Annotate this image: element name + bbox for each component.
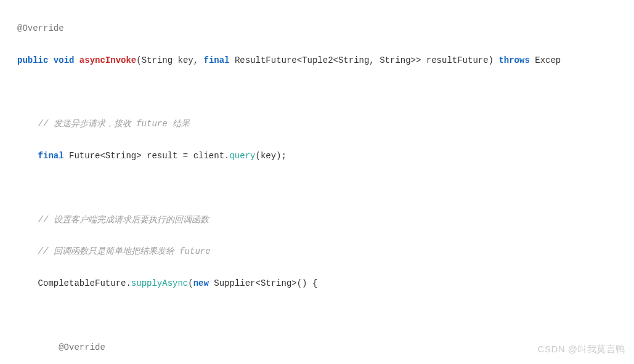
indent — [17, 246, 38, 256]
method-call: query — [229, 151, 255, 161]
code-block: @Override public void asyncInvoke(String… — [0, 5, 634, 364]
punctuation: ( — [136, 55, 141, 65]
method-call: supplyAsync — [131, 278, 188, 288]
method-name: asyncInvoke — [79, 55, 136, 65]
identifier: key, — [173, 55, 203, 65]
punctuation: ( — [188, 278, 193, 288]
identifier: Supplier<String>() { — [209, 278, 317, 288]
type: ResultFuture<Tuple2<String, String>> res… — [230, 55, 499, 65]
indent — [17, 151, 38, 161]
keyword-new: new — [193, 278, 209, 288]
annotation: @Override — [59, 342, 105, 352]
code-line: // 回调函数只是简单地把结果发给 future — [17, 244, 634, 260]
code-line: final Future<String> result = client.que… — [17, 148, 634, 164]
code-line: CompletableFuture.supplyAsync(new Suppli… — [17, 276, 634, 292]
comment: // 发送异步请求，接收 future 结果 — [38, 119, 190, 129]
keyword-void: void — [54, 55, 75, 65]
indent — [17, 215, 38, 225]
code-line: @Override — [17, 21, 634, 37]
code-line: @Override — [17, 340, 634, 356]
type: Excep — [530, 55, 561, 65]
arguments: (key); — [255, 151, 286, 161]
comment: // 设置客户端完成请求后要执行的回调函数 — [38, 215, 209, 225]
keyword-final: final — [204, 55, 230, 65]
code-line: // 发送异步请求，接收 future 结果 — [17, 116, 634, 132]
indent — [17, 119, 38, 129]
declaration: Future<String> result = client. — [64, 151, 230, 161]
identifier: CompletableFuture. — [38, 278, 131, 288]
blank-line — [17, 180, 634, 196]
keyword-throws: throws — [498, 55, 529, 65]
code-line: // 设置客户端完成请求后要执行的回调函数 — [17, 212, 634, 229]
code-line: public void asyncInvoke(String key, fina… — [17, 53, 634, 69]
keyword-final: final — [38, 151, 64, 161]
type: String — [142, 55, 173, 65]
annotation: @Override — [17, 23, 64, 33]
comment: // 回调函数只是简单地把结果发给 future — [38, 246, 211, 256]
indent — [17, 278, 38, 288]
blank-line — [17, 308, 634, 324]
indent — [17, 342, 59, 352]
keyword-public: public — [17, 55, 48, 65]
blank-line — [17, 84, 634, 100]
